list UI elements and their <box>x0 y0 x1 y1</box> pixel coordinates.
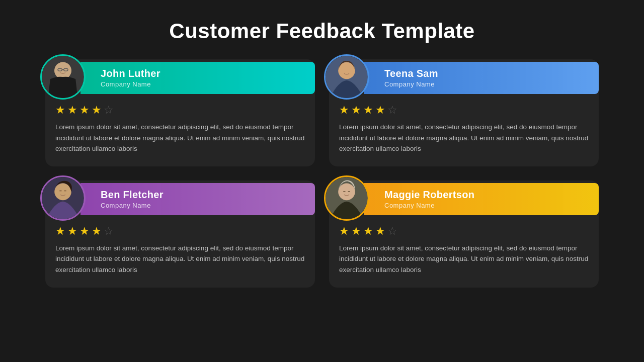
star-4: ★ <box>92 225 102 238</box>
svg-point-16 <box>338 183 355 200</box>
review-text: Lorem ipsum dolor sit amet, consectetur … <box>329 122 599 154</box>
avatar-wrapper <box>324 175 369 221</box>
svg-point-5 <box>54 62 71 79</box>
feedback-card-3: Ben Fletcher Company Name ★★★★☆ Lorem ip… <box>45 180 315 288</box>
company-name: Company Name <box>101 202 305 209</box>
review-text: Lorem ipsum dolor sit amet, consectetur … <box>329 243 599 276</box>
card-header: Maggie Robertson Company Name <box>329 180 599 218</box>
star-4: ★ <box>375 225 385 238</box>
card-header: Teena Sam Company Name <box>329 59 599 97</box>
avatar-wrapper <box>40 175 86 221</box>
person-name: Maggie Robertson <box>384 189 589 201</box>
stars-row: ★★★★☆ <box>45 104 315 117</box>
star-4: ★ <box>92 104 102 117</box>
star-3: ★ <box>79 225 90 238</box>
card-header: Ben Fletcher Company Name <box>45 180 315 218</box>
person-name: Ben Fletcher <box>101 189 305 201</box>
person-name: John Luther <box>101 68 305 79</box>
star-3: ★ <box>363 104 373 117</box>
star-1: ★ <box>55 225 65 238</box>
feedback-card-1: John Luther Company Name ★★★★☆ Lorem ips… <box>45 59 315 166</box>
company-name: Company Name <box>101 80 305 88</box>
star-3: ★ <box>79 104 90 117</box>
star-5: ☆ <box>387 104 397 117</box>
star-2: ★ <box>351 104 361 117</box>
stars-row: ★★★★☆ <box>329 225 599 238</box>
card-header: John Luther Company Name <box>45 59 315 97</box>
stars-row: ★★★★☆ <box>329 104 599 117</box>
company-name: Company Name <box>384 202 589 209</box>
stars-row: ★★★★☆ <box>45 225 315 238</box>
review-text: Lorem ipsum dolor sit amet, consectetur … <box>45 243 315 276</box>
person-name: Teena Sam <box>384 68 589 79</box>
cards-grid: John Luther Company Name ★★★★☆ Lorem ips… <box>45 59 599 288</box>
name-banner: Maggie Robertson Company Name <box>364 183 599 215</box>
feedback-card-4: Maggie Robertson Company Name ★★★★☆ Lore… <box>329 180 599 288</box>
page-title: Customer Feedback Template <box>169 19 474 43</box>
company-name: Company Name <box>384 80 589 88</box>
star-5: ☆ <box>387 225 397 238</box>
star-2: ★ <box>351 225 361 238</box>
feedback-card-2: Teena Sam Company Name ★★★★☆ Lorem ipsum… <box>329 59 599 166</box>
name-banner: John Luther Company Name <box>80 62 315 94</box>
avatar-wrapper <box>40 54 86 100</box>
name-banner: Ben Fletcher Company Name <box>80 183 315 215</box>
star-5: ☆ <box>104 104 114 117</box>
star-1: ★ <box>339 104 349 117</box>
star-3: ★ <box>363 225 373 238</box>
name-banner: Teena Sam Company Name <box>364 62 599 94</box>
star-1: ★ <box>55 104 65 117</box>
review-text: Lorem ipsum dolor sit amet, consectetur … <box>45 122 315 154</box>
star-2: ★ <box>67 104 77 117</box>
avatar-wrapper <box>324 54 369 100</box>
star-2: ★ <box>67 225 77 238</box>
star-1: ★ <box>339 225 349 238</box>
star-4: ★ <box>375 104 385 117</box>
star-5: ☆ <box>104 225 114 238</box>
